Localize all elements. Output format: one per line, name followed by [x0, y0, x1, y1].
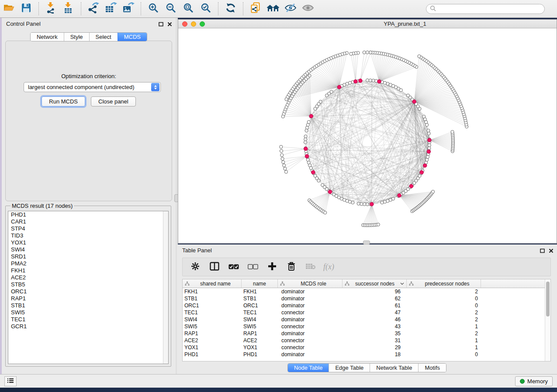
- graph-node[interactable]: [357, 202, 360, 205]
- mcds-result-item[interactable]: PMA2: [8, 260, 168, 267]
- table-cell[interactable]: 62: [343, 295, 407, 302]
- graph-node[interactable]: [280, 149, 283, 152]
- table-cell[interactable]: connector: [278, 309, 343, 316]
- graph-node[interactable]: [283, 164, 286, 167]
- horizontal-splitter-handle[interactable]: [363, 241, 370, 244]
- table-cell[interactable]: FKH1: [242, 288, 278, 295]
- network-window-titlebar[interactable]: YPA_prune.txt_1: [178, 20, 557, 28]
- graph-node[interactable]: [363, 203, 366, 206]
- graph-node[interactable]: [304, 138, 307, 141]
- graph-mcds-node[interactable]: [328, 190, 332, 194]
- graph-mcds-node[interactable]: [311, 171, 315, 175]
- mcds-result-item[interactable]: STB5: [8, 281, 168, 288]
- graph-node[interactable]: [428, 144, 431, 147]
- import-network-button[interactable]: [42, 2, 60, 16]
- graph-mcds-node[interactable]: [377, 79, 381, 83]
- table-cell[interactable]: TEC1: [183, 309, 242, 316]
- mcds-result-item[interactable]: ACE2: [8, 274, 168, 281]
- graph-mcds-node[interactable]: [420, 171, 424, 175]
- network-canvas[interactable]: [178, 28, 557, 243]
- table-cell[interactable]: 35: [343, 330, 407, 337]
- graph-mcds-node[interactable]: [398, 193, 401, 197]
- show-columns-button[interactable]: [208, 261, 221, 274]
- run-mcds-button[interactable]: Run MCDS: [42, 96, 85, 107]
- mcds-result-item[interactable]: SWI5: [8, 309, 168, 316]
- graph-node[interactable]: [377, 223, 380, 226]
- graph-mcds-node[interactable]: [428, 138, 432, 142]
- mcds-result-item[interactable]: RAP1: [8, 295, 168, 302]
- table-cell[interactable]: dominator: [278, 302, 343, 309]
- deselect-all-button[interactable]: [246, 261, 259, 274]
- graph-node[interactable]: [363, 51, 366, 54]
- table-cell[interactable]: YOX1: [183, 344, 242, 351]
- table-cell[interactable]: dominator: [278, 316, 343, 323]
- zoom-in-button[interactable]: [145, 2, 162, 16]
- mcds-result-item[interactable]: SWI4: [8, 246, 168, 253]
- graph-node[interactable]: [305, 126, 308, 129]
- zoom-fit-button[interactable]: [180, 2, 197, 16]
- mcds-result-item[interactable]: YOX1: [8, 239, 168, 246]
- scrollbar-thumb[interactable]: [546, 282, 550, 316]
- table-cell[interactable]: 0: [407, 302, 481, 309]
- close-panel-icon[interactable]: [549, 247, 554, 255]
- task-history-button[interactable]: [4, 376, 17, 386]
- table-cell[interactable]: TEC1: [242, 309, 278, 316]
- table-cell[interactable]: RAP1: [242, 330, 278, 337]
- column-header-shared-name[interactable]: shared name: [183, 279, 242, 288]
- select-all-button[interactable]: [227, 261, 240, 274]
- criterion-dropdown[interactable]: largest connected component (undirected): [24, 82, 161, 92]
- graph-mcds-node[interactable]: [370, 202, 374, 206]
- graph-mcds-node[interactable]: [304, 147, 308, 151]
- hide-network-button[interactable]: [282, 2, 299, 16]
- table-cell[interactable]: STB1: [183, 295, 242, 302]
- graph-mcds-node[interactable]: [337, 85, 341, 89]
- graph-node[interactable]: [360, 203, 363, 206]
- graph-node[interactable]: [366, 79, 369, 82]
- tab-network-table[interactable]: Network Table: [370, 364, 418, 372]
- table-row[interactable]: RAP1RAP1dominator352: [183, 330, 550, 337]
- search-field[interactable]: [426, 4, 545, 14]
- table-row[interactable]: PHD1PHD1dominator180: [183, 351, 550, 358]
- table-cell[interactable]: FKH1: [183, 288, 242, 295]
- mcds-result-item[interactable]: STP4: [8, 225, 168, 232]
- graph-node[interactable]: [305, 129, 308, 132]
- table-cell[interactable]: connector: [278, 344, 343, 351]
- graph-mcds-node[interactable]: [309, 114, 313, 118]
- tab-mcds[interactable]: MCDS: [118, 33, 147, 41]
- graph-node[interactable]: [406, 94, 409, 97]
- table-cell[interactable]: 1: [407, 337, 481, 344]
- table-row[interactable]: SWI5SWI5connector431: [183, 323, 550, 330]
- import-table-button[interactable]: [60, 2, 77, 16]
- table-row[interactable]: ORC1ORC1dominator610: [183, 302, 550, 309]
- graph-mcds-node[interactable]: [427, 150, 431, 154]
- graph-mcds-node[interactable]: [412, 100, 416, 104]
- graph-node[interactable]: [325, 94, 328, 97]
- table-cell[interactable]: PHD1: [183, 351, 242, 358]
- export-image-button[interactable]: [120, 2, 137, 16]
- graph-node[interactable]: [351, 201, 354, 204]
- graph-node[interactable]: [285, 98, 288, 101]
- graph-node[interactable]: [304, 135, 307, 138]
- graph-node[interactable]: [304, 141, 307, 144]
- graph-node[interactable]: [282, 161, 285, 164]
- table-cell[interactable]: 1: [407, 323, 481, 330]
- tab-select[interactable]: Select: [89, 33, 118, 41]
- table-cell[interactable]: dominator: [278, 330, 343, 337]
- open-file-button[interactable]: [0, 2, 17, 16]
- graph-node[interactable]: [428, 147, 431, 150]
- table-scrollbar[interactable]: [545, 279, 550, 361]
- table-cell[interactable]: PHD1: [242, 351, 278, 358]
- table-cell[interactable]: 2: [407, 288, 481, 295]
- table-cell[interactable]: SWI5: [242, 323, 278, 330]
- graph-node[interactable]: [280, 154, 284, 157]
- graph-mcds-node[interactable]: [354, 79, 358, 83]
- graph-node[interactable]: [432, 190, 435, 193]
- tab-edge-table[interactable]: Edge Table: [329, 364, 370, 372]
- graph-node[interactable]: [372, 79, 375, 82]
- save-session-button[interactable]: [17, 2, 35, 16]
- graph-node[interactable]: [427, 132, 430, 135]
- float-panel-icon[interactable]: [540, 247, 545, 255]
- add-column-button[interactable]: [266, 261, 279, 274]
- table-cell[interactable]: SWI4: [183, 316, 242, 323]
- table-cell[interactable]: SWI4: [242, 316, 278, 323]
